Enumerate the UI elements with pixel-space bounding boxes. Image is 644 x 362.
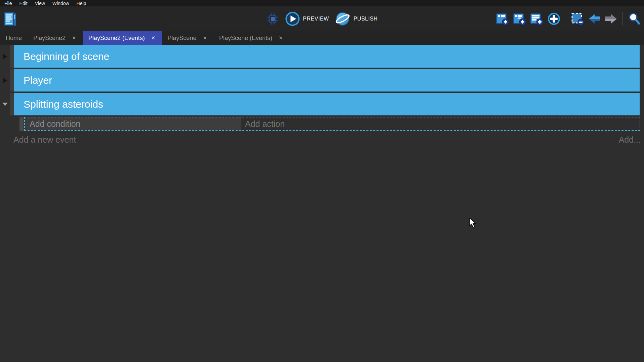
dashed-selection-minus-icon	[571, 12, 585, 26]
add-condition-button[interactable]: Add condition	[25, 117, 241, 130]
toolbar-right	[496, 6, 641, 31]
menu-view[interactable]: View	[31, 1, 49, 6]
add-sub-event-button[interactable]	[513, 12, 526, 26]
event-gutter-strip	[10, 69, 14, 92]
project-manager-button[interactable]	[3, 11, 17, 27]
tab-label: PlayScene	[167, 35, 196, 42]
publish-label: PUBLISH	[354, 16, 378, 22]
undo-button[interactable]	[588, 13, 601, 25]
tab-close-icon[interactable]: ✕	[71, 35, 77, 41]
globe-icon	[335, 11, 351, 27]
event-group-player[interactable]: Player	[14, 69, 640, 92]
collapse-arrow-icon[interactable]	[3, 78, 7, 83]
event-drag-handle[interactable]	[19, 117, 24, 131]
add-circle-icon	[547, 12, 561, 26]
gdevelop-window: File Edit View Window Help	[0, 0, 644, 362]
add-sub-event-icon	[513, 12, 526, 26]
bug-icon	[266, 12, 279, 25]
redo-icon	[605, 13, 617, 25]
event-gutter-strip	[10, 45, 14, 68]
play-icon	[285, 11, 300, 26]
expand-arrow-icon[interactable]	[2, 103, 8, 106]
events-panel: Beginning of scene Player Splitting aste…	[0, 45, 644, 145]
project-manager-icon	[3, 11, 17, 27]
event-group-title: Player	[24, 75, 52, 86]
event-gutter	[0, 69, 10, 92]
menu-bar: File Edit View Window Help	[0, 0, 644, 6]
event-group-splitting-asteroids[interactable]: Splitting asteroids	[14, 93, 640, 115]
add-event-icon	[496, 12, 509, 26]
event-group-row: Splitting asteroids	[0, 93, 644, 115]
add-event-footer: Add a new event Add...	[13, 134, 641, 145]
tab-label: Home	[6, 35, 22, 42]
add-comment-icon	[530, 12, 544, 26]
preview-label: PREVIEW	[303, 16, 329, 22]
selected-empty-event: Add condition Add action	[24, 117, 640, 131]
undo-icon	[588, 13, 601, 25]
toolbar-separator	[566, 12, 566, 26]
tab-bar: Home PlayScene2 ✕ PlayScene2 (Events) ✕ …	[0, 31, 644, 45]
add-action-button[interactable]: Add action	[241, 117, 640, 130]
toolbar: PREVIEW PUBLISH	[0, 6, 644, 31]
event-group-row: Beginning of scene	[0, 45, 644, 68]
menu-help[interactable]: Help	[73, 1, 90, 6]
event-group-title: Beginning of scene	[24, 51, 109, 62]
add-action-label: Add action	[245, 119, 285, 129]
mouse-cursor	[469, 218, 477, 228]
tab-home[interactable]: Home	[0, 31, 28, 45]
tab-close-icon[interactable]: ✕	[278, 35, 284, 41]
redo-button[interactable]	[605, 13, 617, 25]
deactivate-event-button[interactable]	[571, 12, 585, 26]
search-button[interactable]	[628, 12, 641, 26]
preview-button[interactable]: PREVIEW	[285, 11, 329, 26]
add-comment-button[interactable]	[530, 12, 544, 26]
publish-button[interactable]: PUBLISH	[335, 11, 378, 27]
toolbar-separator	[622, 12, 623, 26]
toolbar-center: PREVIEW PUBLISH	[266, 6, 377, 31]
tab-label: PlayScene2 (Events)	[88, 35, 145, 42]
tab-playscene2[interactable]: PlayScene2 ✕	[28, 31, 83, 45]
tab-close-icon[interactable]: ✕	[151, 35, 156, 41]
add-new-event-button[interactable]: Add a new event	[13, 135, 76, 145]
event-gutter	[0, 93, 10, 115]
tab-label: PlayScene (Events)	[219, 35, 272, 42]
tab-playscene[interactable]: PlayScene ✕	[162, 31, 213, 45]
search-icon	[628, 12, 641, 26]
add-event-button[interactable]	[496, 12, 509, 26]
debug-button[interactable]	[266, 12, 279, 25]
menu-window[interactable]: Window	[49, 1, 73, 6]
menu-file[interactable]: File	[1, 1, 16, 6]
tab-playscene2-events[interactable]: PlayScene2 (Events) ✕	[83, 31, 162, 45]
menu-edit[interactable]: Edit	[16, 1, 31, 6]
event-group-title: Splitting asteroids	[24, 99, 103, 110]
add-condition-label: Add condition	[30, 119, 81, 129]
collapse-arrow-icon[interactable]	[3, 54, 7, 59]
tab-playscene-events[interactable]: PlayScene (Events) ✕	[213, 31, 289, 45]
selected-event-row: Add condition Add action	[19, 117, 640, 131]
event-group-row: Player	[0, 69, 644, 92]
add-more-button[interactable]: Add...	[619, 135, 641, 145]
event-gutter	[0, 45, 10, 68]
event-group-beginning-of-scene[interactable]: Beginning of scene	[14, 45, 640, 68]
choose-add-event-button[interactable]	[547, 12, 561, 26]
tab-label: PlayScene2	[33, 35, 66, 42]
tab-close-icon[interactable]: ✕	[202, 35, 208, 41]
event-gutter-strip	[10, 93, 14, 115]
